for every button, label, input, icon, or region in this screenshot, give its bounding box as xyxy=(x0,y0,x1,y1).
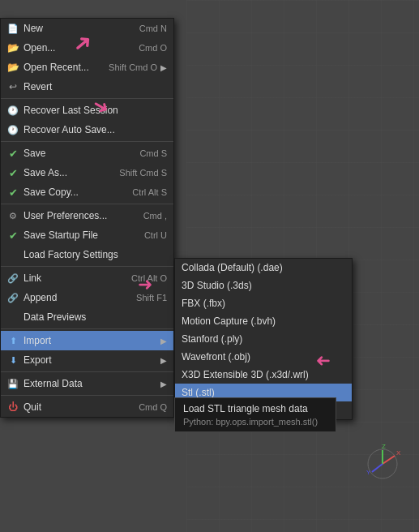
menu-item-save-copy-shortcut: Ctrl Alt S xyxy=(132,187,167,197)
export-icon: ⬇ xyxy=(6,353,20,367)
menu-item-link-shortcut: Ctrl Alt O xyxy=(131,273,167,283)
svg-text:X: X xyxy=(396,449,401,457)
submenu-item-collada[interactable]: Collada (Default) (.dae) xyxy=(175,259,352,277)
submenu-collada-label: Collada (Default) (.dae) xyxy=(182,262,345,273)
submenu-item-stanford[interactable]: Stanford (.ply) xyxy=(175,330,352,348)
menu-item-external-data-label: External Data xyxy=(24,378,157,389)
submenu-item-motion-capture[interactable]: Motion Capture (.bvh) xyxy=(175,312,352,330)
menu-item-data-previews[interactable]: Data Previews xyxy=(1,307,173,327)
tooltip-python: Python: bpy.ops.import_mesh.stl() xyxy=(183,417,327,427)
menu-item-link[interactable]: 🔗 Link Ctrl Alt O xyxy=(1,268,173,288)
menu-item-save-as-shortcut: Shift Cmd S xyxy=(119,168,167,178)
menu-item-save-startup-label: Save Startup File xyxy=(24,230,138,241)
submenu-stanford-label: Stanford (.ply) xyxy=(182,333,345,345)
menu-divider-3 xyxy=(1,204,173,204)
menu-item-append-shortcut: Shift F1 xyxy=(136,293,167,302)
menu-item-recover-auto-label: Recover Auto Save... xyxy=(24,124,167,135)
menu-item-save-copy-label: Save Copy... xyxy=(24,187,126,198)
menu-item-recover-auto[interactable]: 🕐 Recover Auto Save... xyxy=(1,120,173,139)
menu-item-export[interactable]: ⬇ Export ▶ xyxy=(1,350,173,370)
menu-item-data-previews-label: Data Previews xyxy=(24,311,167,323)
menu-item-export-label: Export xyxy=(24,354,157,366)
recover-auto-icon: 🕐 xyxy=(6,122,20,137)
menu-item-save-shortcut: Cmd S xyxy=(139,148,167,158)
open-recent-arrow: ▶ xyxy=(160,63,167,72)
save-copy-icon: ✔ xyxy=(6,185,20,200)
menu-item-open-recent[interactable]: 📂 Open Recent... Shift Cmd O ▶ xyxy=(1,58,173,77)
menu-item-import-label: Import xyxy=(24,335,157,346)
menu-item-load-factory[interactable]: Load Factory Settings xyxy=(1,245,173,264)
menu-item-append[interactable]: 🔗 Append Shift F1 xyxy=(1,288,173,307)
menu-divider-7 xyxy=(1,395,173,396)
menu-item-user-prefs[interactable]: ⚙ User Preferences... Cmd , xyxy=(1,206,173,225)
submenu-item-wavefront[interactable]: Wavefront (.obj) xyxy=(175,348,352,366)
axis-indicator: X Z Y xyxy=(362,444,403,487)
menu-item-quit[interactable]: ⏻ Quit Cmd Q xyxy=(1,397,173,417)
save-as-icon: ✔ xyxy=(6,165,20,180)
data-previews-icon xyxy=(6,310,20,324)
stl-tooltip: Load STL triangle mesh data Python: bpy.… xyxy=(174,397,336,432)
svg-text:Z: Z xyxy=(382,444,386,450)
submenu-item-x3d[interactable]: X3D Extensible 3D (.x3d/.wrl) xyxy=(175,366,352,384)
menu-divider-6 xyxy=(1,371,173,372)
save-startup-icon: ✔ xyxy=(6,228,20,242)
menu-item-revert-label: Revert xyxy=(24,81,167,92)
external-data-arrow: ▶ xyxy=(160,380,167,388)
menu-item-quit-label: Quit xyxy=(24,401,132,413)
import-icon: ⬆ xyxy=(6,333,20,348)
menu-item-recover-last[interactable]: 🕐 Recover Last Session xyxy=(1,101,173,120)
menu-item-user-prefs-shortcut: Cmd , xyxy=(143,211,167,221)
submenu-motion-capture-label: Motion Capture (.bvh) xyxy=(182,315,345,327)
menu-item-save-startup-shortcut: Ctrl U xyxy=(144,230,167,240)
svg-line-1 xyxy=(383,456,395,464)
menu-item-open-recent-label: Open Recent... xyxy=(24,62,102,73)
submenu-item-fbx[interactable]: FBX (.fbx) xyxy=(175,294,352,312)
revert-icon: ↩ xyxy=(6,79,20,94)
menu-item-save[interactable]: ✔ Save Cmd S xyxy=(1,144,173,163)
menu-item-open-shortcut: Cmd O xyxy=(139,43,167,53)
submenu-item-3ds[interactable]: 3D Studio (.3ds) xyxy=(175,277,352,294)
menu-item-quit-shortcut: Cmd Q xyxy=(139,402,167,412)
menu-item-append-label: Append xyxy=(24,292,130,303)
menu-item-new-shortcut: Cmd N xyxy=(139,24,167,33)
import-submenu: Collada (Default) (.dae) 3D Studio (.3ds… xyxy=(174,258,353,420)
menu-item-link-label: Link xyxy=(24,272,125,284)
menu-item-save-copy[interactable]: ✔ Save Copy... Ctrl Alt S xyxy=(1,182,173,202)
menu-divider-4 xyxy=(1,266,173,267)
menu-item-save-startup[interactable]: ✔ Save Startup File Ctrl U xyxy=(1,225,173,245)
menu-item-external-data[interactable]: 💾 External Data ▶ xyxy=(1,374,173,393)
submenu-stl-label: Stl (.stl) xyxy=(182,387,345,398)
open-icon: 📂 xyxy=(6,41,20,55)
menu-item-open-label: Open... xyxy=(24,42,132,54)
tooltip-title: Load STL triangle mesh data xyxy=(183,403,327,414)
load-factory-icon xyxy=(6,247,20,262)
import-arrow: ▶ xyxy=(160,337,167,345)
file-dropdown-menu: 📄 New Cmd N 📂 Open... Cmd O 📂 Open Recen… xyxy=(0,18,174,418)
submenu-x3d-label: X3D Extensible 3D (.x3d/.wrl) xyxy=(182,369,345,380)
append-icon: 🔗 xyxy=(6,290,20,305)
export-arrow: ▶ xyxy=(160,356,167,365)
menu-divider-1 xyxy=(1,98,173,99)
new-icon: 📄 xyxy=(6,21,20,36)
menu-item-save-as[interactable]: ✔ Save As... Shift Cmd S xyxy=(1,163,173,182)
menu-item-import[interactable]: ⬆ Import ▶ xyxy=(1,331,173,350)
submenu-3ds-label: 3D Studio (.3ds) xyxy=(182,280,345,291)
save-icon: ✔ xyxy=(6,146,20,161)
svg-text:Y: Y xyxy=(366,469,371,476)
menu-item-open-recent-shortcut: Shift Cmd O xyxy=(109,62,157,72)
menu-item-new[interactable]: 📄 New Cmd N xyxy=(1,19,173,38)
menu-item-open[interactable]: 📂 Open... Cmd O xyxy=(1,38,173,58)
submenu-fbx-label: FBX (.fbx) xyxy=(182,298,345,309)
svg-line-3 xyxy=(372,464,383,472)
menu-item-user-prefs-label: User Preferences... xyxy=(24,210,137,221)
menu-item-new-label: New xyxy=(24,23,133,34)
open-recent-icon: 📂 xyxy=(6,60,20,75)
menu-item-save-as-label: Save As... xyxy=(24,167,113,178)
submenu-wavefront-label: Wavefront (.obj) xyxy=(182,351,345,363)
menu-item-load-factory-label: Load Factory Settings xyxy=(24,249,167,260)
menu-item-save-label: Save xyxy=(24,148,133,159)
menu-item-recover-last-label: Recover Last Session xyxy=(24,105,167,116)
menu-divider-2 xyxy=(1,141,173,142)
external-data-icon: 💾 xyxy=(6,376,20,391)
menu-item-revert[interactable]: ↩ Revert xyxy=(1,77,173,97)
